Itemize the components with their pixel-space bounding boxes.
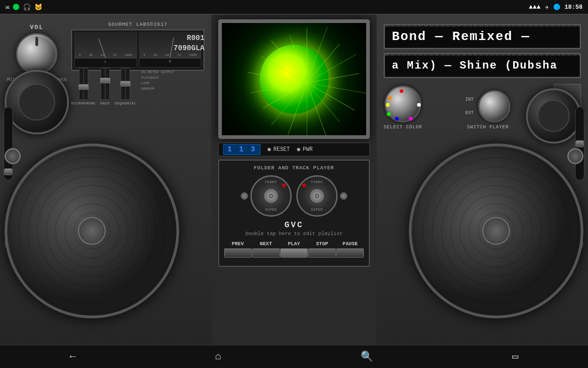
display-screens: Bond — Remixed — a Mix) — Shine (Dubsha <box>384 24 581 82</box>
color-dots <box>386 87 420 121</box>
ring-left-top <box>5 148 21 164</box>
reels-row: FERRO SUPER FERRO SUPER <box>224 175 364 217</box>
dot-green <box>387 112 390 116</box>
reel-left-center <box>264 189 278 203</box>
big-left-speaker <box>5 144 179 318</box>
boombox: VOL MIN MAX GOURMET LABS©2017 0305070100… <box>0 14 588 345</box>
play-label: PLAY <box>288 241 300 247</box>
display-screen-1: Bond — Remixed — <box>384 24 581 49</box>
slider-thumb-seq[interactable] <box>120 81 130 86</box>
switch-knob[interactable] <box>478 90 510 122</box>
reel-left[interactable]: FERRO SUPER <box>250 175 292 217</box>
folder-player-title: FOLDER AND TRACK PLAYER <box>224 165 364 171</box>
reel-right-ferro: FERRO <box>311 180 323 184</box>
time-display: 18:58 <box>565 4 582 11</box>
back-button[interactable]: ← <box>61 346 85 367</box>
recents-button[interactable]: ▭ <box>503 346 527 368</box>
pwr-led <box>297 148 300 151</box>
slider-sequential: SEQUENTAL <box>114 68 136 105</box>
pwr-button[interactable]: PWR <box>297 146 313 153</box>
app-icon: 🐱 <box>34 3 42 11</box>
svg-line-17 <box>289 35 307 83</box>
switch-player-label: SWITCH PLAYER <box>467 125 509 130</box>
status-right: ▲▲▲ ✈ 18:58 <box>529 3 582 11</box>
wifi-icon: ▲▲▲ <box>529 3 540 11</box>
slider-seq-label: SEQUENTAL <box>114 101 136 105</box>
svg-line-8 <box>307 83 327 135</box>
clock-icon <box>554 4 560 10</box>
tv-screen <box>218 19 370 139</box>
stop-btn-body[interactable] <box>308 248 336 258</box>
pwr-label: PWR <box>303 146 313 153</box>
right-panel: Bond — Remixed — a Mix) — Shine (Dubsha <box>377 15 588 345</box>
dot-yellow <box>386 103 390 107</box>
display-text-2: a Mix) — Shine (Dubsha <box>392 59 558 72</box>
reel-button-right[interactable] <box>340 192 347 200</box>
notification-dot <box>13 4 19 10</box>
vu-scale-left: 0305070100% <box>75 49 136 58</box>
next-btn-body[interactable] <box>252 248 280 258</box>
home-button[interactable]: ⌂ <box>206 346 230 367</box>
reel-right-center <box>310 189 324 203</box>
loop-label: LOOP <box>141 81 174 85</box>
slider-thumb-once[interactable] <box>100 78 110 83</box>
side-slider-left[interactable] <box>4 107 13 180</box>
prev-button[interactable]: PREV <box>224 241 252 258</box>
right-small-speaker <box>526 88 581 144</box>
svg-line-10 <box>287 83 307 135</box>
reel-button-left[interactable] <box>241 192 248 200</box>
playlist-hint[interactable]: Double tap here to edit playlist <box>224 231 364 236</box>
dot-blue <box>395 117 399 121</box>
color-knob[interactable] <box>384 86 421 122</box>
next-label: NEXT <box>260 241 272 247</box>
side-slider-left-thumb[interactable] <box>4 168 12 175</box>
big-left-speaker-center <box>78 217 106 245</box>
prev-btn-body[interactable] <box>224 248 252 258</box>
reel-right[interactable]: FERRO SUPER <box>296 175 338 217</box>
stop-button[interactable]: STOP <box>308 241 336 258</box>
folder-player: FOLDER AND TRACK PLAYER FERRO SUPER FERR… <box>218 160 370 267</box>
slider-thumb-mic[interactable] <box>79 84 89 90</box>
svg-line-7 <box>307 83 339 121</box>
big-right-speaker-pattern <box>412 146 581 316</box>
brand-label: GOURMET LABS©2017 <box>71 22 204 27</box>
reset-label: RESET <box>273 146 290 153</box>
big-right-speaker-center <box>482 217 510 245</box>
slider-once-label: ONCE <box>100 101 110 105</box>
big-left-speaker-pattern <box>7 146 176 316</box>
reset-led <box>267 148 271 151</box>
dot-white <box>417 103 421 107</box>
vu-meter-left: 0305070100% L <box>74 33 137 68</box>
pause-label: PAUSE <box>343 241 358 247</box>
search-button[interactable]: 🔍 <box>351 346 382 368</box>
vu-needle-area-left: 0305070100% <box>75 33 136 58</box>
slider-track-seq[interactable] <box>121 68 130 100</box>
pause-button[interactable]: PAUSE <box>336 241 364 258</box>
prev-label: PREV <box>232 241 243 247</box>
counter-digits: 1 1 3 <box>223 144 260 155</box>
slider-track-mic[interactable] <box>79 68 88 100</box>
reset-button[interactable]: RESET <box>267 146 290 153</box>
vol-label: VOL <box>5 24 69 31</box>
int-ext-labels: INT EXT <box>465 97 474 115</box>
side-slider-right[interactable] <box>575 107 584 180</box>
email-icon: ✉ <box>6 3 9 11</box>
bottom-nav-bar: ← ⌂ 🔍 ▭ <box>0 345 588 368</box>
next-button[interactable]: NEXT <box>252 241 280 258</box>
volume-knob[interactable] <box>16 33 57 75</box>
slider-track-once[interactable] <box>101 68 110 100</box>
right-speaker-cone <box>537 100 570 132</box>
random-label: RANDOM <box>141 86 174 91</box>
pause-btn-body[interactable] <box>336 248 364 258</box>
reel-left-ferro: FERRO <box>265 180 277 184</box>
ring-right-top <box>567 148 583 164</box>
display-screen-2: a Mix) — Shine (Dubsha <box>384 53 581 78</box>
left-panel: VOL MIN MAX GOURMET LABS©2017 0305070100… <box>0 15 211 345</box>
play-button[interactable]: PLAY <box>280 241 308 258</box>
vu-label-right: R <box>140 58 201 63</box>
status-left: ✉ 🎧 🐱 <box>6 3 42 11</box>
side-slider-right-thumb[interactable] <box>576 140 584 147</box>
svg-line-1 <box>307 27 327 83</box>
slider-microphone: MICROPHONE <box>71 68 96 105</box>
play-btn-body[interactable] <box>280 248 308 258</box>
